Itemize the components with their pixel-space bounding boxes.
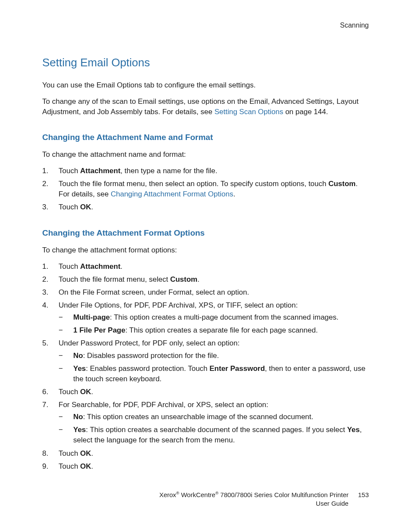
bullet-text: : Disables password protection for the f…	[83, 352, 219, 360]
bullet-bold: Yes	[73, 426, 86, 434]
step-text: Touch	[59, 388, 80, 396]
step-bold: OK	[80, 203, 91, 211]
sub-bullet-item: Yes: This option creates a searchable do…	[59, 425, 369, 445]
step-number: 3.	[42, 202, 54, 212]
bullet-bold: Multi-page	[73, 313, 110, 321]
step-number: 5.	[42, 338, 54, 348]
step-bold: OK	[80, 449, 91, 457]
step-number: 7.	[42, 400, 54, 410]
running-head: Scanning	[42, 21, 369, 31]
sub-bullet-item: No: Disables password protection for the…	[59, 351, 369, 361]
page-footer: Xerox® WorkCentre® 7800/7800i Series Col…	[42, 490, 369, 508]
step-number: 9.	[42, 461, 54, 472]
step-item: 8. Touch OK.	[42, 448, 369, 459]
sub-bullet-item: Multi-page: This option creates a multi-…	[59, 312, 369, 323]
intro-paragraph-1: You can use the Email Options tab to con…	[42, 80, 369, 90]
footer-model: 7800/7800i Series Color Multifunction Pr…	[218, 491, 349, 498]
step-text: Touch the file format menu, then select …	[59, 180, 328, 188]
step-number: 3.	[42, 287, 54, 298]
footer-line-2: User Guide	[159, 499, 349, 508]
footer-brand: Xerox	[159, 491, 176, 498]
bullet-bold: 1 File Per Page	[73, 326, 125, 334]
bullet-text: : This option creates an unsearchable im…	[83, 413, 314, 421]
step-text: Touch	[59, 462, 80, 470]
step-item: 6. Touch OK.	[42, 387, 369, 397]
step-item: 2. Touch the file format menu, then sele…	[42, 179, 369, 199]
step-text: .	[91, 203, 93, 211]
step-bold: Custom	[170, 275, 197, 283]
page-number: 153	[358, 490, 369, 499]
sub-bullet-item: No: This option creates an unsearchable …	[59, 412, 369, 422]
intro-text-tail: on page 144.	[283, 108, 328, 116]
footer-product: WorkCentre	[179, 491, 215, 498]
step-number: 6.	[42, 387, 54, 397]
step-item: 3. Touch OK.	[42, 202, 369, 212]
step-item: 2. Touch the file format menu, select Cu…	[42, 274, 369, 285]
step-text: On the File Format screen, under Format,…	[59, 288, 249, 296]
step-number: 4.	[42, 300, 54, 311]
registered-icon: ®	[176, 491, 179, 495]
step-item: 1. Touch Attachment.	[42, 261, 369, 272]
subsection-title-format-options: Changing the Attachment Format Options	[42, 227, 369, 239]
step-bold: Custom	[328, 180, 355, 188]
bullet-text: : This option creates a multi-page docum…	[110, 313, 339, 321]
step-text: , then type a name for the file.	[121, 167, 218, 175]
step-number: 1.	[42, 261, 54, 272]
step-text: Touch	[59, 203, 80, 211]
intro-paragraph-2: To change any of the scan to Email setti…	[42, 96, 369, 117]
step-number: 1.	[42, 166, 54, 176]
link-changing-attachment-format-options[interactable]: Changing Attachment Format Options	[111, 190, 233, 198]
sub-bullet-list: Multi-page: This option creates a multi-…	[59, 312, 369, 336]
link-setting-scan-options[interactable]: Setting Scan Options	[215, 108, 283, 116]
step-text: .	[91, 462, 93, 470]
step-text: Touch	[59, 262, 80, 271]
sub-bullet-item: Yes: Enables password protection. Touch …	[59, 364, 369, 384]
step-text: Touch	[59, 449, 80, 457]
step-text: Touch	[59, 167, 80, 175]
bullet-bold: Enter Password	[209, 364, 265, 373]
sub-bullet-list: No: This option creates an unsearchable …	[59, 412, 369, 445]
step-text: .	[121, 262, 123, 271]
bullet-bold: Yes	[73, 364, 86, 373]
lead-paragraph: To change the attachment name and format…	[42, 149, 369, 160]
document-page: Scanning Setting Email Options You can u…	[0, 0, 411, 532]
step-text: .	[91, 449, 93, 457]
lead-paragraph: To change the attachment format options:	[42, 245, 369, 255]
sub-bullet-list: No: Disables password protection for the…	[59, 351, 369, 384]
bullet-text: : Enables password protection. Touch	[86, 364, 209, 373]
step-text: For Searchable, for PDF, PDF Archival, o…	[59, 401, 268, 409]
bullet-bold: Yes	[347, 426, 360, 434]
step-text: Under File Options, for PDF, PDF Archiva…	[59, 301, 298, 309]
bullet-bold: No	[73, 352, 83, 360]
step-item: 1. Touch Attachment, then type a name fo…	[42, 166, 369, 176]
bullet-text: : This option creates a separate file fo…	[125, 326, 318, 334]
step-bold: OK	[80, 388, 91, 396]
footer-line-1: Xerox® WorkCentre® 7800/7800i Series Col…	[159, 490, 349, 499]
bullet-bold: No	[73, 413, 83, 421]
bullet-text: : This option creates a searchable docum…	[86, 426, 347, 434]
step-text: Under Password Protect, for PDF only, se…	[59, 339, 240, 347]
step-text: .	[197, 275, 199, 283]
step-bold: Attachment	[80, 262, 121, 271]
steps-list-format-options: 1. Touch Attachment. 2. Touch the file f…	[42, 261, 369, 472]
step-bold: Attachment	[80, 167, 121, 175]
step-number: 2.	[42, 274, 54, 285]
step-number: 8.	[42, 448, 54, 459]
step-item: 7. For Searchable, for PDF, PDF Archival…	[42, 400, 369, 446]
step-bold: OK	[80, 462, 91, 470]
sub-bullet-item: 1 File Per Page: This option creates a s…	[59, 325, 369, 336]
step-number: 2.	[42, 179, 54, 189]
step-item: 5. Under Password Protect, for PDF only,…	[42, 338, 369, 384]
subsection-title-name-format: Changing the Attachment Name and Format	[42, 132, 369, 143]
step-item: 4. Under File Options, for PDF, PDF Arch…	[42, 300, 369, 336]
steps-list-name-format: 1. Touch Attachment, then type a name fo…	[42, 166, 369, 213]
step-text: .	[91, 388, 93, 396]
step-item: 3. On the File Format screen, under Form…	[42, 287, 369, 298]
step-text: .	[233, 190, 235, 198]
footer-text: Xerox® WorkCentre® 7800/7800i Series Col…	[159, 490, 349, 508]
step-text: Touch the file format menu, select	[59, 275, 170, 283]
step-item: 9. Touch OK.	[42, 461, 369, 472]
page-title: Setting Email Options	[42, 55, 369, 71]
